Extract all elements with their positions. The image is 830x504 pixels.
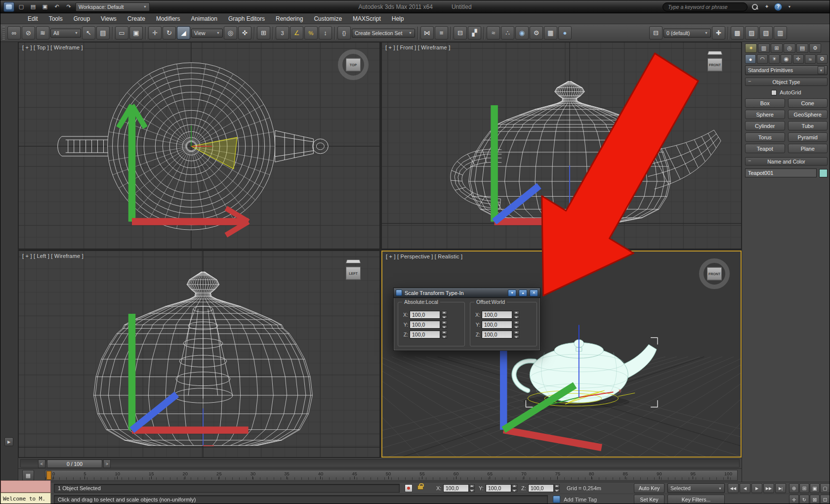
panel-tab[interactable]: ✶ — [745, 43, 757, 53]
spinner-buttons[interactable] — [469, 484, 475, 492]
menu-item[interactable]: Customize — [308, 13, 347, 24]
material-editor-button[interactable]: ◉ — [515, 26, 529, 40]
menu-item[interactable]: Tools — [43, 13, 68, 24]
bind-to-space-warp-button[interactable]: ≋ — [36, 26, 49, 40]
isolate-selection-toggle[interactable] — [405, 484, 413, 492]
scale-value-field[interactable]: 100,0 — [410, 321, 440, 329]
category-button[interactable]: ● — [745, 54, 756, 64]
unlink-selection-button[interactable]: ⊘ — [22, 26, 35, 40]
welcome-window-button[interactable]: Welcome to M. — [0, 493, 51, 504]
rectangular-selection-button[interactable]: ▭ — [115, 26, 128, 40]
schematic-view-button[interactable]: ∴ — [501, 26, 514, 40]
viewport-top[interactable]: [ + ] [ Top ] [ Wireframe ] TOP — [18, 42, 380, 249]
selection-lock-toggle[interactable] — [416, 483, 424, 493]
viewport-nav-button[interactable]: ▢ — [820, 483, 830, 493]
window-crossing-button[interactable]: ▣ — [129, 26, 143, 40]
curve-editor-button[interactable]: ≈ — [487, 26, 500, 40]
category-button[interactable]: ≈ — [805, 54, 816, 64]
category-button[interactable]: ✛ — [793, 54, 804, 64]
playback-button[interactable]: ◀ — [740, 483, 750, 493]
align-button[interactable]: ≡ — [435, 26, 448, 40]
y-coordinate-field[interactable]: 100,0 — [486, 484, 511, 492]
scale-value-field[interactable]: 100,0 — [410, 331, 440, 338]
menu-item[interactable]: Views — [95, 13, 122, 24]
x-coordinate-field[interactable]: 100,0 — [443, 484, 469, 492]
object-type-rollout[interactable]: − Object Type — [745, 78, 828, 86]
panel-tab[interactable]: ▤ — [796, 43, 808, 53]
spinner-buttons[interactable] — [554, 484, 560, 492]
percent-snap-button[interactable]: % — [304, 26, 318, 40]
time-tag-icon[interactable] — [553, 496, 560, 503]
snaps-toggle-button[interactable]: 3 — [276, 26, 289, 40]
key-filters-button[interactable]: Key Filters... — [667, 495, 725, 504]
spinner-buttons[interactable] — [514, 321, 519, 329]
primitive-category-dropdown[interactable]: Standard Primitives ▼ — [745, 65, 828, 75]
menu-item[interactable]: Animation — [186, 13, 223, 24]
new-file-button[interactable]: ▢ — [16, 2, 26, 11]
select-by-name-button[interactable]: ▤ — [96, 26, 110, 40]
select-and-move-button[interactable]: ✛ — [148, 26, 162, 40]
category-button[interactable]: ◠ — [757, 54, 768, 64]
select-and-rotate-button[interactable]: ↻ — [163, 26, 176, 40]
select-object-button[interactable]: ↖ — [82, 26, 95, 40]
menu-item[interactable]: Create — [122, 13, 151, 24]
menu-item[interactable]: Help — [386, 13, 410, 24]
layer-manager-button[interactable]: ⊟ — [454, 26, 467, 40]
modeling-tool-button[interactable]: ▩ — [731, 26, 744, 40]
use-pivot-center-button[interactable]: ◎ — [224, 26, 237, 40]
menu-item[interactable]: Edit — [22, 13, 43, 24]
help-button[interactable]: ? — [774, 3, 782, 11]
scale-value-field[interactable]: 100,0 — [410, 311, 440, 319]
spinner-buttons[interactable] — [442, 311, 447, 319]
scale-value-field[interactable]: 100,0 — [482, 321, 512, 329]
viewport-front[interactable]: [ + ] [ Front ] [ Wireframe ] FRONT — [381, 42, 742, 249]
primitive-button[interactable]: Cone — [788, 98, 828, 108]
spinner-buttons[interactable] — [442, 331, 447, 338]
scale-transform-dialog[interactable]: Scale Transform Type-In ▾ ▴ ✕ Absolute:L… — [393, 288, 540, 351]
dialog-pin-button[interactable]: ▴ — [519, 290, 527, 296]
add-time-tag-label[interactable]: Add Time Tag — [564, 497, 597, 503]
reference-coordinate-dropdown[interactable]: View ▼ — [191, 29, 223, 38]
search-icon[interactable] — [750, 2, 759, 11]
selection-filter-dropdown[interactable]: All ▼ — [50, 29, 81, 38]
primitive-button[interactable]: Sphere — [745, 110, 785, 119]
viewport-nav-button[interactable]: ⊡ — [820, 495, 830, 504]
graphite-ribbon-button[interactable]: ▞ — [468, 26, 481, 40]
viewport-nav-button[interactable]: ▣ — [810, 483, 820, 493]
viewport-nav-button[interactable]: ⊠ — [810, 495, 820, 504]
viewport-nav-button[interactable]: ✛ — [789, 495, 799, 504]
open-file-button[interactable]: ▤ — [28, 2, 38, 11]
menu-item[interactable]: MAXScript — [347, 13, 386, 24]
object-color-swatch[interactable] — [819, 169, 828, 177]
menu-item[interactable]: Group — [68, 13, 95, 24]
modeling-tool-button[interactable]: ▧ — [759, 26, 773, 40]
render-setup-button[interactable]: ⚙ — [530, 26, 543, 40]
category-button[interactable]: ⚙ — [817, 54, 828, 64]
application-button[interactable] — [3, 2, 14, 12]
spinner-buttons[interactable] — [512, 484, 517, 492]
rendered-frame-button[interactable]: ▦ — [544, 26, 557, 40]
scale-value-field[interactable]: 100,0 — [482, 331, 512, 338]
primitive-button[interactable]: Teapot — [745, 144, 785, 153]
primitive-button[interactable]: Pyramid — [788, 132, 828, 142]
expand-tray-button[interactable]: ▶ — [4, 437, 13, 446]
selected-filter-dropdown[interactable]: Selected ▼ — [667, 483, 725, 493]
dialog-titlebar[interactable]: Scale Transform Type-In ▾ ▴ ✕ — [394, 288, 540, 298]
named-selection-set-dropdown[interactable]: Create Selection Set ▼ — [352, 29, 415, 38]
chevron-down-icon[interactable]: ▼ — [785, 2, 794, 11]
modeling-tool-button[interactable]: ▨ — [745, 26, 758, 40]
spinner-buttons[interactable] — [442, 321, 447, 329]
primitive-button[interactable]: Tube — [788, 121, 828, 130]
playback-button[interactable]: ◀◀ — [728, 483, 739, 493]
playback-button[interactable]: ▶| — [775, 483, 786, 493]
previous-frame-button[interactable]: < — [38, 460, 45, 468]
select-and-scale-button[interactable]: ◢ — [177, 26, 190, 40]
select-and-link-button[interactable]: ∞ — [7, 26, 21, 40]
spinner-snap-button[interactable]: ↕ — [319, 26, 332, 40]
minimized-window-remnant[interactable] — [0, 480, 51, 493]
panel-tab[interactable]: ⚙ — [809, 43, 821, 53]
category-button[interactable]: ☀ — [769, 54, 780, 64]
angle-snap-button[interactable]: ∠ — [290, 26, 303, 40]
time-slider-thumb[interactable]: 0 / 100 — [47, 460, 102, 468]
time-slider-track[interactable] — [20, 459, 740, 467]
